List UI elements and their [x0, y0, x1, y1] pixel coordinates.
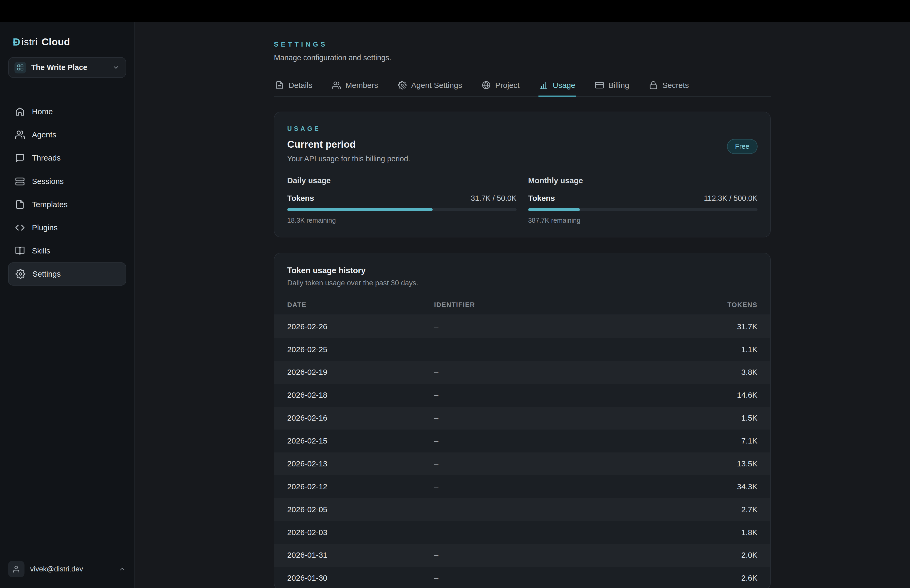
cell-identifier: –: [434, 567, 619, 588]
daily-metric-name: Tokens: [287, 194, 314, 203]
table-row: 2026-02-15 – 7.1K: [274, 430, 770, 452]
workspace-icon: [15, 62, 26, 73]
usage-card: USAGE Current period Your API usage for …: [274, 111, 771, 237]
brand-rest: istri: [22, 36, 37, 48]
tab-label: Project: [495, 81, 520, 90]
table-row: 2026-02-12 – 34.3K: [274, 475, 770, 498]
brand-logo: ÐistriCloud: [0, 22, 134, 48]
workspace-selector[interactable]: The Write Place: [8, 57, 126, 78]
table-row: 2026-02-19 – 3.8K: [274, 361, 770, 384]
file-text-icon: [275, 81, 284, 89]
cell-identifier: –: [434, 452, 619, 475]
cell-date: 2026-01-31: [274, 544, 434, 567]
sidebar-item-home[interactable]: Home: [8, 100, 126, 123]
sidebar-item-label: Threads: [32, 153, 61, 162]
sidebar-item-threads[interactable]: Threads: [8, 146, 126, 170]
daily-progress-bar: [287, 208, 517, 212]
tab-label: Details: [288, 81, 312, 90]
cell-date: 2026-02-26: [274, 315, 434, 338]
cell-tokens: 34.3K: [619, 475, 770, 498]
table-row: 2026-02-03 – 1.8K: [274, 521, 770, 544]
daily-progress-fill: [287, 208, 433, 212]
brand-mark: Ð: [13, 36, 20, 48]
cell-identifier: –: [434, 498, 619, 521]
sidebar-item-agents[interactable]: Agents: [8, 123, 126, 146]
cell-identifier: –: [434, 430, 619, 452]
table-row: 2026-01-30 – 2.6K: [274, 567, 770, 588]
cell-identifier: –: [434, 407, 619, 430]
main-area: SETTINGS Manage configuration and settin…: [134, 22, 910, 588]
tab-usage[interactable]: Usage: [538, 76, 576, 96]
tab-label: Usage: [553, 81, 575, 90]
cell-identifier: –: [434, 338, 619, 361]
screen: ÐistriCloud The Write Place Home Ag: [0, 0, 910, 588]
users-icon: [15, 130, 25, 139]
sidebar-item-label: Sessions: [32, 177, 64, 186]
sidebar-item-label: Plugins: [32, 223, 58, 232]
brand-bold: Cloud: [42, 36, 70, 48]
message-icon: [15, 153, 25, 163]
workspace-name: The Write Place: [31, 63, 107, 72]
daily-usage: Daily usage Tokens 31.7K / 50.0K 18.3K r…: [287, 176, 517, 224]
sidebar-item-label: Templates: [32, 200, 68, 209]
table-row: 2026-02-18 – 14.6K: [274, 384, 770, 407]
monthly-usage-label: Monthly usage: [528, 176, 758, 185]
token-history-table: DATE IDENTIFIER TOKENS 2026-02-26 – 31.7…: [274, 297, 770, 588]
cell-tokens: 2.7K: [619, 498, 770, 521]
cell-tokens: 2.6K: [619, 567, 770, 588]
sidebar-item-settings[interactable]: Settings: [8, 262, 126, 286]
cell-date: 2026-02-16: [274, 407, 434, 430]
user-avatar-icon: [8, 561, 24, 577]
sidebar-item-label: Skills: [32, 246, 50, 255]
sidebar-item-templates[interactable]: Templates: [8, 193, 126, 216]
monthly-progress-fill: [528, 208, 580, 212]
chevron-up-icon: [118, 565, 126, 573]
table-header-row: DATE IDENTIFIER TOKENS: [274, 297, 770, 315]
cell-date: 2026-02-25: [274, 338, 434, 361]
usage-eyebrow: USAGE: [287, 125, 758, 132]
book-icon: [15, 246, 25, 255]
bar-chart-icon: [539, 81, 548, 89]
sidebar-item-skills[interactable]: Skills: [8, 239, 126, 262]
table-row: 2026-02-25 – 1.1K: [274, 338, 770, 361]
monthly-progress-bar: [528, 208, 758, 212]
code-icon: [15, 223, 25, 233]
usage-subtitle: Your API usage for this billing period.: [287, 155, 758, 163]
cell-date: 2026-02-15: [274, 430, 434, 452]
plan-badge: Free: [727, 139, 758, 154]
settings-tabs: Details Members Agent Settings Project: [274, 76, 771, 97]
sidebar-item-sessions[interactable]: Sessions: [8, 170, 126, 193]
cell-tokens: 7.1K: [619, 430, 770, 452]
table-row: 2026-02-13 – 13.5K: [274, 452, 770, 475]
cell-tokens: 1.8K: [619, 521, 770, 544]
history-title: Token usage history: [287, 266, 758, 275]
table-row: 2026-02-26 – 31.7K: [274, 315, 770, 338]
tab-label: Members: [346, 81, 378, 90]
sidebar-item-plugins[interactable]: Plugins: [8, 216, 126, 239]
cell-identifier: –: [434, 315, 619, 338]
top-black-bar: [0, 0, 910, 22]
tab-label: Billing: [608, 81, 629, 90]
page-subtitle: Manage configuration and settings.: [274, 53, 771, 62]
tab-label: Secrets: [662, 81, 689, 90]
sidebar-item-label: Agents: [32, 130, 57, 139]
tab-billing[interactable]: Billing: [594, 76, 630, 96]
cell-date: 2026-02-05: [274, 498, 434, 521]
cell-tokens: 3.8K: [619, 361, 770, 384]
sidebar: ÐistriCloud The Write Place Home Ag: [0, 22, 134, 588]
tab-project[interactable]: Project: [481, 76, 521, 96]
monthly-remaining: 387.7K remaining: [528, 216, 758, 224]
tab-details[interactable]: Details: [274, 76, 314, 96]
sidebar-nav: Home Agents Threads Sessions Templates: [0, 100, 134, 286]
tab-agent-settings[interactable]: Agent Settings: [396, 76, 463, 96]
tab-secrets[interactable]: Secrets: [648, 76, 690, 96]
cell-tokens: 2.0K: [619, 544, 770, 567]
tab-label: Agent Settings: [411, 81, 462, 90]
cell-date: 2026-02-12: [274, 475, 434, 498]
monthly-usage: Monthly usage Tokens 112.3K / 500.0K 387…: [528, 176, 758, 224]
cell-tokens: 13.5K: [619, 452, 770, 475]
user-menu[interactable]: vivek@distri.dev: [8, 558, 126, 580]
page-title: SETTINGS: [274, 22, 771, 48]
tab-members[interactable]: Members: [331, 76, 379, 96]
credit-card-icon: [595, 81, 604, 89]
